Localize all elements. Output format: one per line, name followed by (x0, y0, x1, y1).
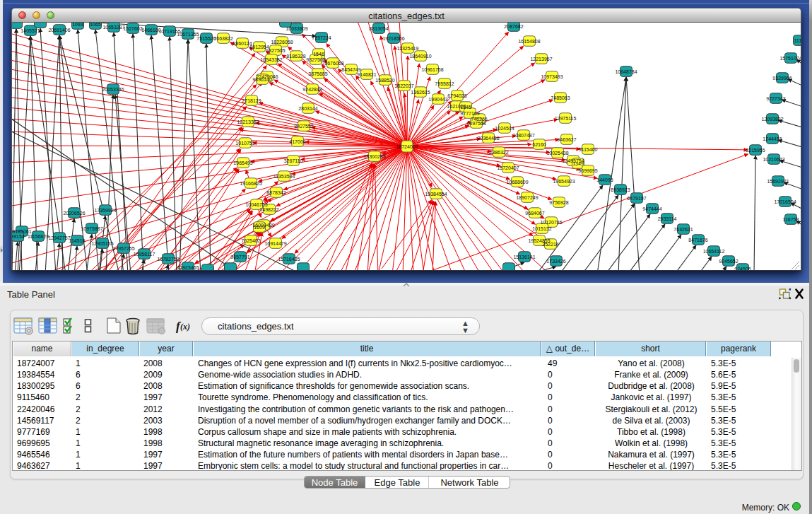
svg-text:2933114: 2933114 (658, 216, 677, 221)
svg-text:7625402: 7625402 (241, 238, 260, 243)
svg-text:3267110: 3267110 (284, 158, 303, 163)
svg-text:10688609: 10688609 (506, 180, 528, 185)
svg-text:12093822: 12093822 (761, 117, 783, 122)
svg-text:1024514: 1024514 (495, 126, 514, 131)
svg-text:8215955: 8215955 (746, 148, 765, 153)
svg-text:8427552: 8427552 (294, 124, 313, 129)
svg-text:1527602: 1527602 (123, 26, 142, 31)
svg-text:9463627: 9463627 (557, 137, 576, 142)
svg-text:1990443: 1990443 (428, 97, 447, 102)
svg-text:7485063: 7485063 (551, 95, 570, 100)
svg-text:17359924: 17359924 (94, 208, 116, 213)
svg-text:417004: 417004 (289, 139, 305, 144)
svg-text:10654112: 10654112 (703, 249, 725, 254)
svg-text:1010755: 1010755 (235, 141, 254, 146)
svg-text:114519: 114519 (69, 238, 86, 243)
svg-text:9857791: 9857791 (230, 255, 249, 259)
svg-text:3822037: 3822037 (394, 83, 413, 88)
svg-text:10210643: 10210643 (763, 157, 784, 162)
svg-text:10973493: 10973493 (541, 74, 563, 79)
svg-text:19654923: 19654923 (553, 179, 575, 184)
svg-text:9684067: 9684067 (525, 211, 544, 216)
svg-text:12213967: 12213967 (530, 57, 552, 62)
svg-text:9329966: 9329966 (772, 76, 792, 81)
svg-text:20206526: 20206526 (63, 211, 85, 216)
svg-text:62160: 62160 (532, 142, 546, 147)
svg-text:15716485: 15716485 (278, 257, 300, 262)
svg-text:9699695: 9699695 (578, 168, 597, 173)
svg-text:1112: 1112 (794, 38, 801, 43)
svg-text:1546: 1546 (313, 52, 324, 57)
svg-text:11325419: 11325419 (397, 46, 419, 51)
svg-text:1093: 1093 (72, 23, 83, 27)
svg-text:2386322: 2386322 (489, 150, 508, 155)
svg-text:18226058: 18226058 (271, 40, 293, 45)
svg-text:144095: 144095 (596, 177, 613, 182)
svg-text:18907249: 18907249 (516, 195, 538, 200)
svg-text:20053346: 20053346 (102, 87, 124, 92)
svg-text:1015132: 1015132 (532, 226, 551, 231)
svg-text:9896140: 9896140 (252, 77, 271, 82)
svg-text:8471676: 8471676 (688, 238, 707, 243)
svg-text:18724007: 18724007 (396, 144, 418, 149)
svg-text:2718129: 2718129 (242, 98, 261, 103)
svg-text:1545: 1545 (460, 105, 471, 110)
svg-text:1349: 1349 (572, 161, 584, 166)
svg-text:17016504: 17016504 (774, 199, 796, 204)
svg-text:12905135: 12905135 (91, 241, 113, 246)
svg-text:10975887: 10975887 (81, 226, 102, 231)
svg-text:9185061: 9185061 (12, 229, 31, 234)
svg-text:19166825: 19166825 (240, 181, 261, 186)
svg-text:6794028: 6794028 (447, 93, 466, 98)
svg-text:1498222: 1498222 (259, 207, 278, 212)
svg-text:17957255: 17957255 (112, 246, 134, 251)
svg-text:9245652: 9245652 (719, 259, 738, 264)
svg-text:9227343: 9227343 (766, 96, 785, 101)
svg-text:12942757: 12942757 (48, 235, 70, 240)
svg-text:10120746: 10120746 (540, 220, 562, 225)
svg-text:20691406: 20691406 (48, 28, 70, 33)
svg-text:16033809: 16033809 (286, 26, 307, 31)
svg-text:7357224: 7357224 (312, 35, 331, 40)
svg-text:10653287: 10653287 (102, 25, 124, 30)
svg-text:8938923: 8938923 (611, 187, 630, 192)
svg-text:16154808: 16154808 (518, 39, 540, 44)
svg-text:15692971: 15692971 (767, 179, 789, 184)
svg-text:2087682: 2087682 (504, 24, 523, 29)
svg-text:6479197: 6479197 (627, 196, 646, 201)
svg-text:9327505: 9327505 (266, 48, 285, 53)
svg-text:8454749: 8454749 (341, 67, 360, 72)
svg-text:12975115: 12975115 (555, 116, 577, 121)
svg-text:9146821: 9146821 (357, 72, 376, 77)
svg-text:10025438: 10025438 (546, 151, 568, 156)
svg-text:11353594: 11353594 (273, 174, 295, 179)
svg-text:8186328: 8186328 (286, 54, 305, 59)
svg-text:16782759: 16782759 (157, 257, 179, 262)
svg-text:10671355: 10671355 (177, 32, 199, 37)
svg-text:11156829: 11156829 (28, 234, 49, 239)
svg-text:1965495: 1965495 (233, 160, 252, 165)
svg-text:9777169: 9777169 (460, 111, 479, 116)
svg-text:10807487: 10807487 (512, 133, 534, 138)
svg-text:116753: 116753 (783, 217, 799, 222)
svg-text:19384554: 19384554 (425, 192, 447, 197)
svg-text:2803144: 2803144 (298, 106, 317, 111)
svg-text:15720407: 15720407 (497, 165, 519, 170)
svg-text:19218506: 19218506 (382, 36, 404, 41)
svg-text:39154: 39154 (12, 234, 25, 239)
svg-text:8878342: 8878342 (266, 190, 286, 195)
svg-text:1609: 1609 (254, 225, 265, 230)
svg-text:9242848: 9242848 (302, 87, 322, 92)
svg-text:1588520: 1588520 (375, 78, 394, 83)
svg-text:3875685: 3875685 (308, 71, 327, 76)
svg-text:7663822: 7663822 (213, 36, 233, 41)
svg-text:12213382: 12213382 (237, 119, 259, 124)
svg-text:924505: 924505 (734, 267, 751, 271)
svg-text:6497568: 6497568 (466, 121, 486, 126)
svg-text:15751074: 15751074 (779, 56, 801, 61)
svg-text:10958117: 10958117 (134, 252, 155, 257)
svg-text:1244415: 1244415 (763, 136, 782, 141)
svg-text:20364486: 20364486 (477, 136, 499, 141)
svg-text:18300295: 18300295 (363, 154, 385, 159)
svg-text:(x): (x) (180, 322, 190, 332)
